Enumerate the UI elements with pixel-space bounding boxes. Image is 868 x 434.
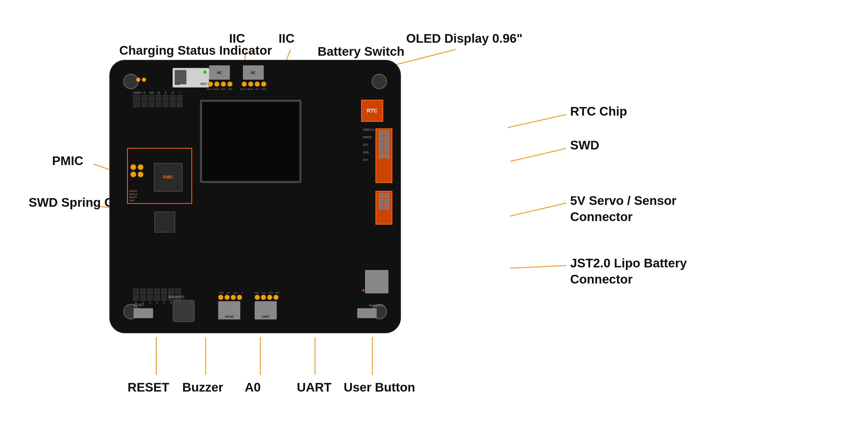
pin-usb5v-2	[133, 101, 140, 107]
pin-10	[156, 95, 161, 101]
bottom-pin-row-1	[133, 288, 181, 294]
spring-contact-2	[138, 164, 144, 170]
iic-left-sda: SDA/4	[213, 88, 219, 90]
pin-8	[170, 95, 176, 101]
reset-button[interactable]	[133, 308, 153, 318]
uart-label: UART	[297, 380, 332, 395]
bpin-0	[133, 288, 139, 294]
uart-gpin-4	[273, 295, 279, 300]
pin-row-2	[133, 101, 183, 107]
bpin-3	[154, 288, 160, 294]
swd-pin-2	[384, 131, 389, 135]
buzzer-component-label: Buzzer(A3)	[169, 295, 184, 299]
jst-connector	[365, 270, 389, 293]
iic-rpin-1	[242, 82, 247, 87]
pmic-swclk: SWCLK	[129, 193, 137, 195]
iic-left-gnd: GND	[227, 88, 234, 90]
a0-pin-labels: GND 3V3 N/A 0	[218, 291, 246, 294]
iic-pin-2	[214, 82, 219, 87]
mount-hole-tr	[372, 74, 387, 89]
small-ic-chip	[154, 212, 175, 232]
bpin-2	[147, 288, 153, 294]
swd-pin-5	[379, 142, 383, 147]
servo-row-3	[379, 205, 389, 209]
oled-display	[200, 100, 302, 183]
pin-10-2	[156, 101, 161, 107]
pin-9-2	[163, 101, 168, 107]
pin-7-2	[177, 101, 183, 107]
switch-on-label: ON	[175, 82, 180, 86]
pin-header-top-labels: USB5V G 3V3 10 9 8 7	[133, 91, 183, 107]
swd-row-2	[379, 136, 389, 141]
pin-label-8: 8	[170, 91, 176, 94]
user-button-component-label: Button(D1)	[369, 304, 383, 307]
svg-line-6	[510, 148, 566, 161]
charging-indicator-dots	[136, 78, 146, 82]
battery-switch-label: Battery Switch	[318, 44, 404, 59]
uart-pins-above	[255, 295, 279, 300]
bpin-label-2: 2	[147, 302, 153, 304]
charging-status-indicator-label: Charging Status Indicator	[119, 43, 272, 58]
a0-gpin-3	[231, 295, 236, 300]
a0-gpin-4	[237, 295, 242, 300]
bpin-3-2	[154, 295, 160, 301]
pmic-label: PMIC	[52, 154, 83, 168]
spring-contact-3	[130, 172, 136, 177]
user-button-component[interactable]	[357, 308, 377, 318]
swd-pin-10	[384, 154, 389, 158]
swd-gnd-label: GND	[363, 151, 374, 154]
bpin-label-3: 3	[154, 302, 160, 304]
bpin-1	[140, 288, 146, 294]
reset-label: RESET	[128, 380, 169, 395]
pin-label-3v3: 3V3	[149, 91, 154, 94]
iic-left-scl: SCL/5	[206, 88, 212, 90]
swd-pin-7	[379, 148, 383, 153]
pmic-area: PMIC SWDIO SWCLK RESET GND	[127, 148, 192, 204]
uart-gpin-3	[267, 295, 272, 300]
rtc-chip-label: RTC Chip	[570, 104, 627, 119]
pin-label-g: G	[142, 91, 147, 94]
user-button-label: User Button	[344, 380, 415, 395]
uart-connector: UART	[255, 301, 277, 319]
jst-connector-label: JST2.0 Lipo Battery Connector	[570, 255, 687, 288]
iic-right-pin-labels: SCL/5 SDA/4 3V3 GND	[240, 88, 268, 90]
swd-3v3-label: 3V3	[363, 144, 374, 146]
iic-left-label: IIC	[229, 31, 245, 45]
spring-contact-4	[138, 172, 144, 177]
iic-connector-right: IIC	[243, 65, 264, 80]
pin-usb5v	[133, 95, 140, 101]
servo-pin-1	[379, 193, 383, 198]
servo-pin-6	[384, 205, 389, 209]
servo-row-2	[379, 199, 389, 204]
swd-side-labels: SWDCLK SWDIO 3V3 GND RX7	[363, 128, 374, 161]
bpin-label-4: 4	[161, 302, 167, 304]
bpin-6	[175, 288, 181, 294]
pin-7	[177, 95, 183, 101]
iic-left-pins	[208, 82, 232, 87]
pcb-board: ON OFF USB5V G 3V3 10 9 8 7	[110, 60, 401, 333]
svg-line-9	[510, 203, 566, 216]
servo-pin-3	[379, 199, 383, 204]
pmic-chip: PMIC	[154, 163, 183, 192]
a0-pins-above	[218, 295, 242, 300]
swd-pin-3	[379, 136, 383, 141]
battery-switch-component[interactable]: ON OFF	[173, 68, 209, 88]
pin-label-7: 7	[177, 91, 183, 94]
spring-contact-1	[130, 164, 136, 170]
swd-pin-9	[379, 154, 383, 158]
iic-right-3v3: 3V3	[254, 88, 260, 90]
indicator-dot-1	[136, 78, 140, 82]
swd-pin-4	[384, 136, 389, 141]
a0-connector: A0-D0	[218, 301, 240, 319]
servo-pin-4	[384, 199, 389, 204]
pin-label-9: 9	[163, 91, 168, 94]
bpin-4	[161, 288, 167, 294]
swd-connector	[375, 128, 392, 183]
green-indicator	[203, 70, 207, 74]
pin-g	[142, 95, 147, 101]
buzzer-label: Buzzer	[182, 380, 223, 395]
iic-left-pin-labels: SCL/5 SDA/4 3V3 GND	[206, 88, 234, 90]
spring-row-2	[130, 172, 144, 177]
iic-pin-3	[221, 82, 226, 87]
swd-row-4	[379, 148, 389, 153]
